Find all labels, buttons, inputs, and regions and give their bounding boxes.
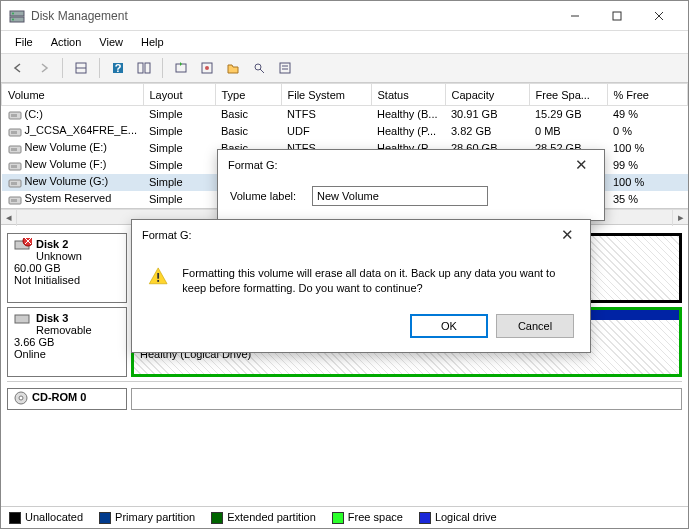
svg-rect-19 bbox=[280, 63, 290, 73]
col-free[interactable]: Free Spa... bbox=[529, 84, 607, 106]
menubar: File Action View Help bbox=[1, 31, 688, 53]
volume-label-label: Volume label: bbox=[230, 190, 296, 202]
menu-file[interactable]: File bbox=[7, 34, 41, 50]
app-icon bbox=[9, 8, 25, 24]
svg-point-3 bbox=[12, 18, 14, 20]
drive-icon bbox=[8, 194, 22, 206]
svg-rect-5 bbox=[613, 12, 621, 20]
svg-rect-33 bbox=[11, 199, 17, 202]
cdrom-name: CD-ROM 0 bbox=[32, 391, 86, 403]
disk-status: Not Initialised bbox=[14, 274, 120, 286]
col-capacity[interactable]: Capacity bbox=[445, 84, 529, 106]
menu-action[interactable]: Action bbox=[43, 34, 90, 50]
svg-rect-25 bbox=[11, 131, 17, 134]
svg-rect-42 bbox=[157, 280, 159, 282]
dialog1-titlebar[interactable]: Format G: ✕ bbox=[218, 150, 604, 180]
rescan-button[interactable] bbox=[196, 57, 218, 79]
svg-rect-31 bbox=[11, 182, 17, 185]
search-disk-button[interactable] bbox=[248, 57, 270, 79]
dialog2-titlebar[interactable]: Format G: ✕ bbox=[132, 220, 590, 250]
minimize-button[interactable] bbox=[554, 2, 596, 30]
format-confirm-dialog: Format G: ✕ Formatting this volume will … bbox=[131, 219, 591, 353]
properties-button[interactable] bbox=[274, 57, 296, 79]
drive-icon bbox=[8, 160, 22, 172]
open-folder-button[interactable] bbox=[222, 57, 244, 79]
dialog2-close-icon[interactable]: ✕ bbox=[554, 226, 580, 244]
disk-status: Online bbox=[14, 348, 120, 360]
col-type[interactable]: Type bbox=[215, 84, 281, 106]
svg-point-40 bbox=[19, 396, 23, 400]
ok-button[interactable]: OK bbox=[410, 314, 488, 338]
cdrom-header[interactable]: CD-ROM 0 bbox=[7, 388, 127, 410]
col-pct[interactable]: % Free bbox=[607, 84, 688, 106]
dialog2-title: Format G: bbox=[142, 229, 192, 241]
svg-rect-23 bbox=[11, 114, 17, 117]
table-row[interactable]: (C:)SimpleBasicNTFSHealthy (B...30.91 GB… bbox=[2, 106, 688, 123]
drive-icon bbox=[8, 126, 22, 138]
confirm-message: Formatting this volume will erase all da… bbox=[182, 266, 574, 298]
table-row[interactable]: J_CCSA_X64FRE_E...SimpleBasicUDFHealthy … bbox=[2, 123, 688, 140]
layout-button[interactable] bbox=[133, 57, 155, 79]
format-volume-dialog: Format G: ✕ Volume label: bbox=[217, 149, 605, 221]
refresh-button[interactable] bbox=[170, 57, 192, 79]
help-button[interactable]: ? bbox=[107, 57, 129, 79]
back-button[interactable] bbox=[7, 57, 29, 79]
svg-rect-12 bbox=[138, 63, 143, 73]
cdrom-partition[interactable] bbox=[131, 388, 682, 410]
dialog1-title: Format G: bbox=[228, 159, 278, 171]
cdrom-row: CD-ROM 0 bbox=[7, 381, 682, 410]
col-fs[interactable]: File System bbox=[281, 84, 371, 106]
scroll-left-icon[interactable]: ◂ bbox=[1, 210, 17, 226]
disk2-header[interactable]: Disk 2 Unknown 60.00 GB Not Initialised bbox=[7, 233, 127, 303]
svg-rect-27 bbox=[11, 148, 17, 151]
svg-rect-14 bbox=[176, 64, 186, 72]
drive-icon bbox=[8, 109, 22, 121]
menu-view[interactable]: View bbox=[91, 34, 131, 50]
cancel-button[interactable]: Cancel bbox=[496, 314, 574, 338]
scroll-right-icon[interactable]: ▸ bbox=[672, 210, 688, 226]
forward-button[interactable] bbox=[33, 57, 55, 79]
legend-unallocated: Unallocated bbox=[9, 511, 83, 524]
legend-extended: Extended partition bbox=[211, 511, 316, 524]
menu-help[interactable]: Help bbox=[133, 34, 172, 50]
disk-size: 60.00 GB bbox=[14, 262, 120, 274]
toolbar: ? bbox=[1, 53, 688, 83]
window-title: Disk Management bbox=[31, 9, 554, 23]
svg-point-16 bbox=[205, 66, 209, 70]
maximize-button[interactable] bbox=[596, 2, 638, 30]
titlebar: Disk Management bbox=[1, 1, 688, 31]
col-status[interactable]: Status bbox=[371, 84, 445, 106]
col-volume[interactable]: Volume bbox=[2, 84, 144, 106]
svg-rect-29 bbox=[11, 165, 17, 168]
drive-icon bbox=[8, 177, 22, 189]
legend-free: Free space bbox=[332, 511, 403, 524]
legend-logical: Logical drive bbox=[419, 511, 497, 524]
svg-point-2 bbox=[12, 12, 14, 14]
close-button[interactable] bbox=[638, 2, 680, 30]
svg-text:?: ? bbox=[115, 62, 122, 74]
legend: Unallocated Primary partition Extended p… bbox=[1, 506, 688, 528]
dialog1-close-icon[interactable]: ✕ bbox=[568, 156, 594, 174]
volume-label-input[interactable] bbox=[312, 186, 488, 206]
svg-rect-38 bbox=[15, 315, 29, 323]
warning-icon bbox=[148, 266, 168, 298]
drive-icon bbox=[8, 143, 22, 155]
svg-line-18 bbox=[260, 69, 264, 73]
disk3-header[interactable]: Disk 3 Removable 3.66 GB Online bbox=[7, 307, 127, 377]
svg-rect-13 bbox=[145, 63, 150, 73]
col-layout[interactable]: Layout bbox=[143, 84, 215, 106]
view-button[interactable] bbox=[70, 57, 92, 79]
svg-rect-41 bbox=[157, 273, 159, 279]
disk-size: 3.66 GB bbox=[14, 336, 120, 348]
legend-primary: Primary partition bbox=[99, 511, 195, 524]
